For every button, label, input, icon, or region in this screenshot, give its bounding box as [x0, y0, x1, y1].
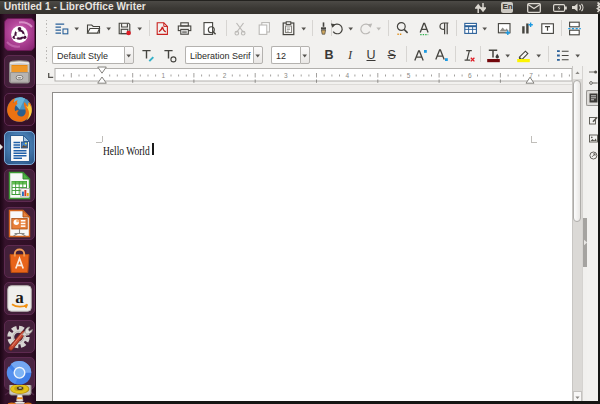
svg-text:2: 2	[223, 72, 227, 79]
svg-text:4: 4	[345, 72, 349, 79]
svg-text:a: a	[15, 288, 24, 307]
svg-text:6: 6	[468, 72, 472, 79]
svg-text:3: 3	[284, 72, 288, 79]
svg-text:1: 1	[161, 72, 165, 79]
svg-text:5: 5	[407, 72, 411, 79]
